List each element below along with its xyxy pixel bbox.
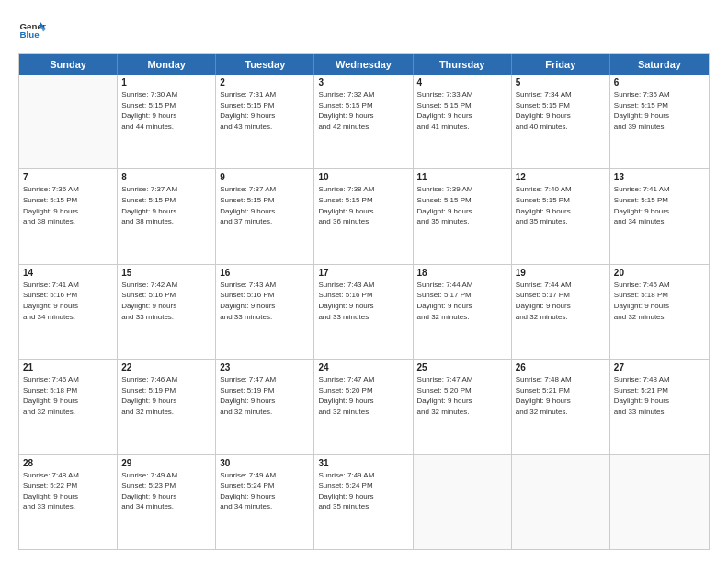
svg-text:Blue: Blue bbox=[20, 29, 40, 40]
calendar-day-26: 26Sunrise: 7:48 AMSunset: 5:21 PMDayligh… bbox=[512, 360, 610, 454]
header-day-tuesday: Tuesday bbox=[216, 54, 314, 75]
day-number: 15 bbox=[121, 268, 211, 278]
calendar-day-8: 8Sunrise: 7:37 AMSunset: 5:15 PMDaylight… bbox=[118, 169, 216, 263]
day-info: Sunrise: 7:37 AMSunset: 5:15 PMDaylight:… bbox=[121, 184, 211, 226]
day-info: Sunrise: 7:46 AMSunset: 5:19 PMDaylight:… bbox=[121, 374, 211, 417]
day-info: Sunrise: 7:34 AMSunset: 5:15 PMDaylight:… bbox=[516, 89, 606, 132]
day-number: 10 bbox=[318, 172, 408, 182]
day-number: 20 bbox=[614, 268, 705, 278]
calendar-week-4: 21Sunrise: 7:46 AMSunset: 5:18 PMDayligh… bbox=[19, 359, 709, 454]
calendar-day-28: 28Sunrise: 7:48 AMSunset: 5:22 PMDayligh… bbox=[19, 455, 118, 549]
calendar-header-row: SundayMondayTuesdayWednesdayThursdayFrid… bbox=[19, 54, 709, 75]
day-info: Sunrise: 7:48 AMSunset: 5:21 PMDaylight:… bbox=[516, 374, 606, 417]
calendar-day-25: 25Sunrise: 7:47 AMSunset: 5:20 PMDayligh… bbox=[414, 360, 512, 454]
header-day-saturday: Saturday bbox=[610, 54, 709, 75]
day-info: Sunrise: 7:35 AMSunset: 5:15 PMDaylight:… bbox=[614, 89, 705, 132]
calendar-body: 1Sunrise: 7:30 AMSunset: 5:15 PMDaylight… bbox=[19, 75, 709, 549]
day-info: Sunrise: 7:47 AMSunset: 5:19 PMDaylight:… bbox=[220, 374, 310, 417]
calendar-day-20: 20Sunrise: 7:45 AMSunset: 5:18 PMDayligh… bbox=[610, 265, 709, 359]
calendar-day-11: 11Sunrise: 7:39 AMSunset: 5:15 PMDayligh… bbox=[414, 169, 512, 263]
day-number: 28 bbox=[23, 458, 113, 468]
calendar-day-19: 19Sunrise: 7:44 AMSunset: 5:17 PMDayligh… bbox=[512, 265, 610, 359]
calendar-week-1: 1Sunrise: 7:30 AMSunset: 5:15 PMDaylight… bbox=[19, 75, 709, 168]
day-info: Sunrise: 7:48 AMSunset: 5:21 PMDaylight:… bbox=[614, 374, 705, 417]
calendar: SundayMondayTuesdayWednesdayThursdayFrid… bbox=[18, 53, 710, 550]
day-number: 29 bbox=[121, 458, 211, 468]
day-number: 17 bbox=[318, 268, 408, 278]
header-day-wednesday: Wednesday bbox=[314, 54, 413, 75]
day-info: Sunrise: 7:40 AMSunset: 5:15 PMDaylight:… bbox=[516, 184, 606, 226]
day-number: 12 bbox=[516, 172, 606, 182]
day-number: 2 bbox=[220, 77, 310, 87]
calendar-day-22: 22Sunrise: 7:46 AMSunset: 5:19 PMDayligh… bbox=[118, 360, 216, 454]
calendar-day-23: 23Sunrise: 7:47 AMSunset: 5:19 PMDayligh… bbox=[216, 360, 314, 454]
calendar-day-9: 9Sunrise: 7:37 AMSunset: 5:15 PMDaylight… bbox=[216, 169, 314, 263]
calendar-day-14: 14Sunrise: 7:41 AMSunset: 5:16 PMDayligh… bbox=[19, 265, 118, 359]
calendar-day-12: 12Sunrise: 7:40 AMSunset: 5:15 PMDayligh… bbox=[512, 169, 610, 263]
day-info: Sunrise: 7:38 AMSunset: 5:15 PMDaylight:… bbox=[318, 184, 408, 226]
calendar-day-27: 27Sunrise: 7:48 AMSunset: 5:21 PMDayligh… bbox=[610, 360, 709, 454]
calendar-week-2: 7Sunrise: 7:36 AMSunset: 5:15 PMDaylight… bbox=[19, 168, 709, 263]
day-number: 19 bbox=[516, 268, 606, 278]
calendar-empty-cell bbox=[610, 455, 709, 549]
calendar-day-6: 6Sunrise: 7:35 AMSunset: 5:15 PMDaylight… bbox=[610, 75, 709, 168]
calendar-day-2: 2Sunrise: 7:31 AMSunset: 5:15 PMDaylight… bbox=[216, 75, 314, 168]
day-number: 4 bbox=[417, 77, 507, 87]
day-number: 3 bbox=[318, 77, 408, 87]
calendar-day-5: 5Sunrise: 7:34 AMSunset: 5:15 PMDaylight… bbox=[512, 75, 610, 168]
day-number: 24 bbox=[318, 362, 408, 373]
calendar-empty-cell bbox=[414, 455, 512, 549]
day-number: 7 bbox=[23, 172, 113, 182]
day-number: 25 bbox=[417, 362, 507, 373]
header-day-friday: Friday bbox=[512, 54, 610, 75]
header-day-sunday: Sunday bbox=[19, 54, 118, 75]
calendar-day-7: 7Sunrise: 7:36 AMSunset: 5:15 PMDaylight… bbox=[19, 169, 118, 263]
day-info: Sunrise: 7:44 AMSunset: 5:17 PMDaylight:… bbox=[417, 280, 507, 322]
day-info: Sunrise: 7:49 AMSunset: 5:24 PMDaylight:… bbox=[220, 470, 310, 512]
day-info: Sunrise: 7:43 AMSunset: 5:16 PMDaylight:… bbox=[220, 280, 310, 322]
day-info: Sunrise: 7:33 AMSunset: 5:15 PMDaylight:… bbox=[417, 89, 507, 132]
header-day-monday: Monday bbox=[118, 54, 216, 75]
header-day-thursday: Thursday bbox=[414, 54, 512, 75]
calendar-day-21: 21Sunrise: 7:46 AMSunset: 5:18 PMDayligh… bbox=[19, 360, 118, 454]
calendar-day-15: 15Sunrise: 7:42 AMSunset: 5:16 PMDayligh… bbox=[118, 265, 216, 359]
day-number: 5 bbox=[516, 77, 606, 87]
day-number: 9 bbox=[220, 172, 310, 182]
day-info: Sunrise: 7:43 AMSunset: 5:16 PMDaylight:… bbox=[318, 280, 408, 322]
calendar-day-1: 1Sunrise: 7:30 AMSunset: 5:15 PMDaylight… bbox=[118, 75, 216, 168]
day-number: 1 bbox=[121, 77, 211, 87]
day-number: 23 bbox=[220, 362, 310, 373]
calendar-day-29: 29Sunrise: 7:49 AMSunset: 5:23 PMDayligh… bbox=[118, 455, 216, 549]
day-number: 6 bbox=[614, 77, 705, 87]
day-number: 14 bbox=[23, 268, 113, 278]
day-info: Sunrise: 7:39 AMSunset: 5:15 PMDaylight:… bbox=[417, 184, 507, 226]
calendar-day-30: 30Sunrise: 7:49 AMSunset: 5:24 PMDayligh… bbox=[216, 455, 314, 549]
day-number: 21 bbox=[23, 362, 113, 373]
day-info: Sunrise: 7:49 AMSunset: 5:24 PMDaylight:… bbox=[318, 470, 408, 512]
day-number: 11 bbox=[417, 172, 507, 182]
calendar-day-24: 24Sunrise: 7:47 AMSunset: 5:20 PMDayligh… bbox=[314, 360, 413, 454]
day-info: Sunrise: 7:44 AMSunset: 5:17 PMDaylight:… bbox=[516, 280, 606, 322]
day-info: Sunrise: 7:41 AMSunset: 5:16 PMDaylight:… bbox=[23, 280, 113, 322]
calendar-empty-cell bbox=[512, 455, 610, 549]
calendar-day-4: 4Sunrise: 7:33 AMSunset: 5:15 PMDaylight… bbox=[414, 75, 512, 168]
day-number: 16 bbox=[220, 268, 310, 278]
calendar-day-10: 10Sunrise: 7:38 AMSunset: 5:15 PMDayligh… bbox=[314, 169, 413, 263]
day-info: Sunrise: 7:41 AMSunset: 5:15 PMDaylight:… bbox=[614, 184, 705, 226]
day-info: Sunrise: 7:32 AMSunset: 5:15 PMDaylight:… bbox=[318, 89, 408, 132]
day-info: Sunrise: 7:47 AMSunset: 5:20 PMDaylight:… bbox=[318, 374, 408, 417]
day-info: Sunrise: 7:49 AMSunset: 5:23 PMDaylight:… bbox=[121, 470, 211, 512]
day-number: 26 bbox=[516, 362, 606, 373]
day-info: Sunrise: 7:47 AMSunset: 5:20 PMDaylight:… bbox=[417, 374, 507, 417]
day-number: 27 bbox=[614, 362, 705, 373]
calendar-day-18: 18Sunrise: 7:44 AMSunset: 5:17 PMDayligh… bbox=[414, 265, 512, 359]
logo: General Blue bbox=[18, 17, 46, 44]
calendar-week-5: 28Sunrise: 7:48 AMSunset: 5:22 PMDayligh… bbox=[19, 454, 709, 549]
day-info: Sunrise: 7:42 AMSunset: 5:16 PMDaylight:… bbox=[121, 280, 211, 322]
day-number: 8 bbox=[121, 172, 211, 182]
logo-icon: General Blue bbox=[18, 17, 46, 44]
page-header: General Blue bbox=[18, 17, 710, 44]
day-info: Sunrise: 7:31 AMSunset: 5:15 PMDaylight:… bbox=[220, 89, 310, 132]
day-info: Sunrise: 7:30 AMSunset: 5:15 PMDaylight:… bbox=[121, 89, 211, 132]
day-info: Sunrise: 7:37 AMSunset: 5:15 PMDaylight:… bbox=[220, 184, 310, 226]
